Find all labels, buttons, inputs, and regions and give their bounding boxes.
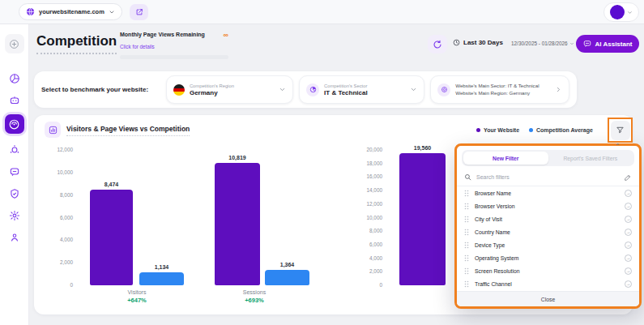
sidebar-item-location[interactable]: [5, 228, 24, 247]
period-selector[interactable]: Last 30 Days: [453, 39, 503, 46]
bar-value-label: 1,134: [130, 264, 194, 270]
drag-handle-icon[interactable]: [464, 190, 469, 197]
right-axis-tick: 14,000: [348, 187, 382, 193]
filter-item[interactable]: Screen Resolution→: [457, 264, 639, 277]
filter-item-label: City of Visit: [475, 216, 502, 222]
funnel-icon: [616, 126, 625, 135]
sector-select[interactable]: Competition's Sector IT & Technical: [299, 75, 424, 104]
add-filter-arrow-icon[interactable]: →: [625, 242, 632, 249]
filter-item[interactable]: Browser Name→: [457, 187, 639, 200]
open-website-button[interactable]: [130, 4, 148, 20]
right-axis-tick: 10,000: [348, 215, 382, 220]
right-axis-tick: 8,000: [348, 228, 382, 233]
ai-assistant-button[interactable]: AI Assistant: [576, 35, 639, 53]
shield-check-icon: [9, 188, 20, 199]
user-menu[interactable]: [603, 2, 639, 22]
clock-icon: [453, 39, 460, 46]
tab-saved-filters[interactable]: Report's Saved Filters: [548, 152, 633, 165]
drag-handle-icon[interactable]: [464, 216, 469, 223]
quota-details-link[interactable]: Click for details: [120, 44, 155, 49]
bar-value-label: 1,364: [255, 262, 319, 267]
sidebar-item-chat[interactable]: [5, 162, 24, 182]
target-users-icon: [9, 144, 20, 156]
bar-your-website[interactable]: [90, 190, 133, 285]
filter-item[interactable]: Operating System→: [457, 251, 639, 264]
website-name: yourwebsitename.com: [39, 8, 104, 15]
drag-handle-icon[interactable]: [464, 267, 469, 275]
right-axis-tick: 4,000: [348, 255, 382, 261]
sidebar-item-add[interactable]: [5, 34, 24, 53]
search-input[interactable]: [476, 174, 619, 180]
right-axis-tick: 6,000: [348, 242, 382, 247]
refresh-button[interactable]: [428, 35, 447, 53]
left-axis-tick: 8,000: [39, 192, 73, 198]
category-label: Sessions: [222, 289, 287, 295]
sector-select-value: IT & Technical: [324, 89, 405, 96]
sidebar-item-competition[interactable]: [5, 114, 24, 134]
bar-value-label: 8,474: [80, 182, 143, 187]
bar-competition-average[interactable]: [265, 270, 309, 285]
left-axis-tick: 12,000: [39, 147, 73, 152]
filter-item[interactable]: Device Type→: [457, 239, 639, 252]
right-axis-tick: 18,000: [348, 160, 382, 166]
filter-item[interactable]: City of Visit→: [457, 213, 639, 226]
sidebar-item-analytics[interactable]: [5, 69, 24, 88]
germany-flag-icon: [173, 84, 185, 96]
chevron-down-icon: [410, 86, 417, 93]
bar-competition-average[interactable]: [139, 272, 184, 285]
sidebar-item-bot[interactable]: [5, 91, 24, 110]
add-filter-arrow-icon[interactable]: →: [625, 267, 632, 275]
drag-handle-icon[interactable]: [464, 203, 469, 210]
right-axis-tick: 20,000: [348, 147, 382, 152]
benchmark-label: Select to benchmark your website:: [41, 86, 160, 93]
website-info-card[interactable]: Website's Main Sector: IT & Technical We…: [430, 75, 569, 104]
gear-icon: [9, 210, 20, 221]
filter-collapse-chevron[interactable]: ⌃: [615, 143, 621, 150]
annotation-box-filter-button: [608, 118, 633, 143]
filter-item-list: Browser Name→Browser Version→City of Vis…: [457, 186, 639, 291]
right-axis-tick: 2,000: [348, 268, 382, 274]
chevron-down-icon: [569, 41, 574, 46]
chevron-right-icon: [555, 86, 562, 93]
add-filter-arrow-icon[interactable]: →: [625, 254, 632, 262]
tab-new-filter[interactable]: New Filter: [463, 152, 548, 165]
filter-item[interactable]: Browser Version→: [457, 200, 639, 213]
region-select-label: Competition's Region: [190, 83, 274, 88]
quota-label: Monthly Page Views Remaining: [120, 32, 205, 37]
bar-your-website[interactable]: [399, 153, 446, 285]
sidebar-item-audience[interactable]: [5, 140, 24, 160]
left-axis-tick: 4,000: [39, 237, 73, 242]
filter-item-label: Country Name: [475, 229, 510, 235]
sector-select-label: Competition's Sector: [324, 83, 405, 88]
drag-handle-icon[interactable]: [464, 242, 469, 249]
sector-pie-icon: [306, 83, 319, 96]
date-range-value: 12/30/2025 - 01/28/2026: [511, 41, 568, 46]
chat-bubble-icon: [9, 166, 20, 177]
left-axis-tick: 0: [39, 282, 73, 288]
drag-handle-icon[interactable]: [464, 254, 469, 262]
add-filter-arrow-icon[interactable]: →: [625, 229, 632, 236]
drag-handle-icon[interactable]: [464, 280, 469, 288]
filter-search-row: [457, 169, 639, 186]
sidebar-item-settings[interactable]: [5, 206, 24, 225]
bar-your-website[interactable]: [215, 163, 260, 285]
add-filter-arrow-icon[interactable]: →: [625, 216, 632, 223]
add-filter-arrow-icon[interactable]: →: [625, 280, 632, 288]
website-selector[interactable]: yourwebsitename.com: [19, 3, 122, 20]
filter-item[interactable]: Country Name→: [457, 226, 639, 239]
region-select[interactable]: Competition's Region Germany: [166, 75, 293, 104]
category-label: Visitors: [104, 289, 169, 295]
add-filter-arrow-icon[interactable]: →: [625, 203, 632, 210]
drag-handle-icon[interactable]: [464, 229, 469, 236]
filter-button[interactable]: [611, 121, 630, 140]
topbar: yourwebsitename.com: [0, 0, 644, 24]
sidebar-item-security[interactable]: [5, 184, 24, 203]
quota-widget: Monthly Page Views Remaining Click for d…: [120, 32, 228, 59]
pencil-slash-icon[interactable]: [624, 173, 632, 182]
close-button[interactable]: Close: [457, 291, 639, 306]
filter-item[interactable]: Traffic Channel→: [457, 277, 639, 290]
date-range-selector[interactable]: 12/30/2025 - 01/28/2026: [511, 41, 574, 46]
add-filter-arrow-icon[interactable]: →: [625, 190, 632, 197]
external-link-icon: [135, 8, 143, 16]
left-axis-tick: 6,000: [39, 215, 73, 220]
